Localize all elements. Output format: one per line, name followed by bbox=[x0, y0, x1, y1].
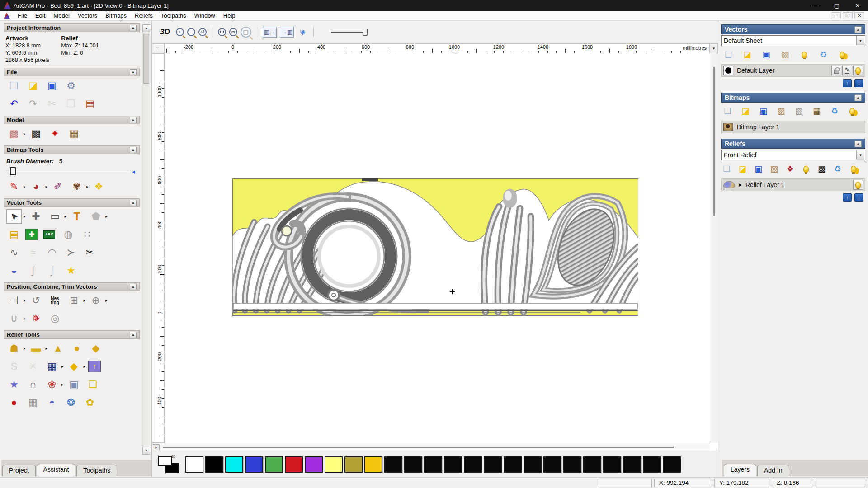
envelope-tool-flyout-icon[interactable]: ▸ bbox=[105, 214, 108, 219]
relief-preset-dropdown-icon[interactable]: ▼ bbox=[856, 150, 864, 160]
shape-editor-flyout-icon[interactable]: ▸ bbox=[84, 364, 86, 369]
open-model-icon[interactable]: ◪ bbox=[25, 79, 41, 93]
texture-relief-icon[interactable]: ▦ bbox=[44, 359, 60, 374]
relief-tools-collapse-button[interactable]: ▲ bbox=[130, 332, 137, 338]
new-bitmap-layer-icon[interactable]: ❏ bbox=[722, 105, 733, 117]
bitmap-image-icon[interactable]: ▦ bbox=[811, 105, 822, 117]
merge-vector-layers-icon[interactable]: ▨ bbox=[779, 49, 792, 61]
texture-relief-flyout-icon[interactable]: ▸ bbox=[61, 364, 64, 369]
menu-toolpaths[interactable]: Toolpaths bbox=[157, 11, 190, 20]
open-vector-layer-icon[interactable]: ◪ bbox=[741, 49, 754, 61]
vector-tools-collapse-button[interactable]: ▲ bbox=[130, 200, 137, 206]
line-width-control[interactable] bbox=[331, 28, 371, 36]
weave-relief-icon[interactable]: ✳ bbox=[25, 359, 41, 374]
toggle-vector-view-button[interactable]: →▥ bbox=[280, 27, 294, 38]
file-collapse-button[interactable]: ▲ bbox=[130, 69, 137, 75]
save-bitmap-layer-icon[interactable]: ▣ bbox=[758, 105, 769, 117]
assistant-panel-scrollbar[interactable]: ▲ ▼ bbox=[142, 24, 150, 455]
palette-swatch-24[interactable] bbox=[663, 456, 681, 473]
palette-swatch-2[interactable] bbox=[225, 456, 243, 473]
palette-swatch-6[interactable] bbox=[305, 456, 323, 473]
layer-visibility-button[interactable] bbox=[853, 66, 863, 75]
text-tool-icon[interactable]: T bbox=[69, 209, 85, 224]
palette-swatch-12[interactable] bbox=[424, 456, 442, 473]
join-vectors-icon[interactable]: ∪ bbox=[6, 311, 22, 326]
save-relief-layer-icon[interactable]: ▣ bbox=[754, 163, 763, 175]
menu-edit[interactable]: Edit bbox=[31, 11, 49, 20]
palette-swatch-0[interactable] bbox=[185, 456, 203, 473]
palette-swatch-13[interactable] bbox=[444, 456, 462, 473]
dome-tool-icon[interactable]: ◒ bbox=[6, 263, 22, 278]
delete-bitmap-layer-icon[interactable]: ♻ bbox=[829, 105, 840, 117]
toggle-visibility-icon[interactable] bbox=[798, 49, 811, 61]
new-vector-layer-icon[interactable]: ❏ bbox=[722, 49, 735, 61]
rectangle-tool-icon[interactable]: ▭ bbox=[47, 209, 63, 224]
red-relief-icon[interactable]: ● bbox=[6, 395, 22, 410]
hscroll-left-button[interactable]: ▸ bbox=[153, 444, 160, 450]
palette-swatch-10[interactable] bbox=[384, 456, 402, 473]
maximize-button[interactable]: ▢ bbox=[826, 0, 847, 11]
primary-secondary-colour-chip[interactable]: ∞ bbox=[158, 455, 179, 474]
open-relief-layer-icon[interactable]: ◪ bbox=[738, 163, 747, 175]
vector-texture-icon[interactable]: ✵ bbox=[28, 311, 44, 326]
star-relief-icon[interactable]: ★ bbox=[6, 377, 22, 392]
redo-icon[interactable]: ↷ bbox=[25, 97, 41, 111]
all-reliefs-visible-icon[interactable] bbox=[849, 163, 858, 175]
scroll-up-button[interactable]: ▲ bbox=[142, 24, 150, 32]
close-button[interactable]: ✕ bbox=[847, 0, 868, 11]
delete-layer-icon[interactable]: ♻ bbox=[817, 49, 830, 61]
slider-thumb[interactable] bbox=[10, 167, 16, 175]
palette-swatch-16[interactable] bbox=[504, 456, 522, 473]
vector-sheet-dropdown-icon[interactable]: ▼ bbox=[856, 36, 864, 45]
palette-swatch-8[interactable] bbox=[344, 456, 363, 473]
align-tool-flyout-icon[interactable]: ▸ bbox=[24, 298, 26, 303]
horizontal-scrollbar[interactable]: ▸ bbox=[152, 443, 710, 451]
menu-vectors[interactable]: Vectors bbox=[74, 11, 101, 20]
trim-tool-icon[interactable]: ✂ bbox=[82, 245, 98, 260]
select-tool-flyout-icon[interactable]: ▸ bbox=[24, 214, 26, 219]
freehand-tool-icon[interactable]: ≈ bbox=[25, 245, 41, 260]
dome-relief-icon[interactable]: ◓ bbox=[44, 395, 60, 410]
block-array-icon[interactable]: ⊞ bbox=[66, 293, 82, 308]
paste-icon[interactable]: ▤ bbox=[82, 97, 98, 111]
merge-relief-icon[interactable]: ◆ bbox=[88, 341, 104, 356]
paint-tool-flyout-icon[interactable]: ▸ bbox=[24, 184, 26, 189]
lighting-icon[interactable]: ✦ bbox=[47, 127, 63, 141]
minimize-button[interactable]: — bbox=[806, 0, 826, 11]
block-array-flyout-icon[interactable]: ▸ bbox=[84, 298, 86, 303]
relief-visibility-icon[interactable] bbox=[801, 163, 811, 175]
arc-tool-icon[interactable]: ◠ bbox=[44, 245, 60, 260]
all-layers-visible-icon[interactable] bbox=[836, 49, 849, 61]
canvas-viewport[interactable] bbox=[165, 53, 710, 443]
mirror-tool-icon[interactable]: ʃ bbox=[44, 263, 60, 278]
ruler-units-dropdown[interactable]: ▼ bbox=[710, 43, 718, 53]
new-relief-layer-icon[interactable]: ❏ bbox=[722, 163, 731, 175]
menu-reliefs[interactable]: Reliefs bbox=[131, 11, 157, 20]
mdi-restore-button[interactable]: ❐ bbox=[843, 12, 853, 19]
tab-toolpaths[interactable]: Toolpaths bbox=[76, 465, 117, 476]
rectangle-tool-flyout-icon[interactable]: ▸ bbox=[65, 214, 67, 219]
menu-model[interactable]: Model bbox=[49, 11, 73, 20]
zoom-previous-button[interactable]: ↺ bbox=[198, 28, 207, 36]
menu-help[interactable]: Help bbox=[219, 11, 240, 20]
project-information-collapse-button[interactable]: ▲ bbox=[130, 25, 137, 31]
palette-swatch-11[interactable] bbox=[404, 456, 422, 473]
weld-vectors-icon[interactable]: ⊕ bbox=[88, 293, 104, 308]
text-on-curve-icon[interactable]: ↺ bbox=[28, 293, 44, 308]
model-options-icon[interactable]: ⚙ bbox=[63, 79, 79, 93]
palette-swatch-1[interactable] bbox=[205, 456, 223, 473]
palette-swatch-17[interactable] bbox=[524, 456, 542, 473]
tab-layers[interactable]: Layers bbox=[724, 464, 756, 476]
cut-icon[interactable]: ✂ bbox=[44, 97, 60, 111]
scroll-thumb[interactable] bbox=[143, 34, 149, 84]
scroll-down-button[interactable]: ▼ bbox=[142, 447, 150, 455]
vectors-collapse-button[interactable]: ▲ bbox=[854, 26, 862, 33]
palette-swatch-3[interactable] bbox=[245, 456, 263, 473]
bitmap-layer-row[interactable]: Bitmap Layer 1 bbox=[721, 121, 865, 133]
palette-swatch-14[interactable] bbox=[464, 456, 482, 473]
layer-down-button[interactable]: ↓ bbox=[854, 79, 863, 87]
corner-tool-icon[interactable]: ≻ bbox=[63, 245, 79, 260]
image-to-model-flyout-icon[interactable]: ▸ bbox=[24, 131, 26, 136]
greyscale-model-icon[interactable]: ▩ bbox=[28, 127, 44, 141]
layer-up-button[interactable]: ↑ bbox=[843, 79, 852, 87]
